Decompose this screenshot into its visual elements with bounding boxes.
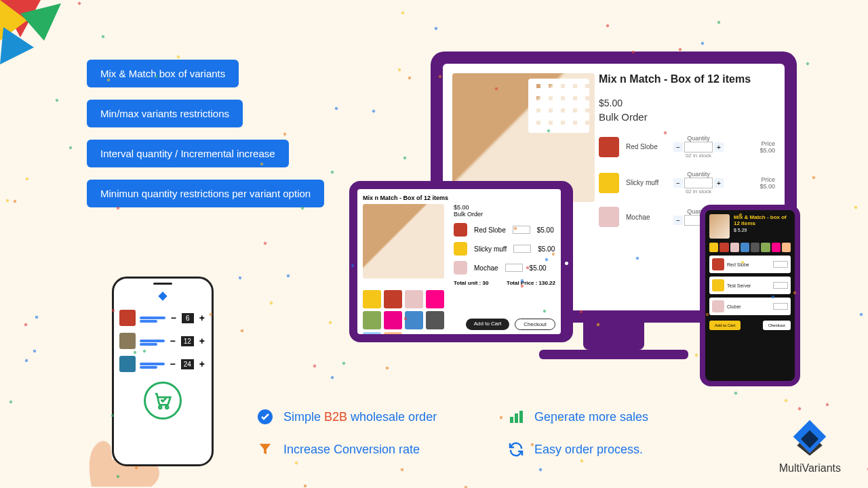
product-title: Mix & Match - box of 12 items: [734, 214, 791, 226]
svg-point-7: [165, 406, 168, 409]
product-title: Mix n Match - Box of 12 items: [363, 195, 555, 201]
variant-name: Mochae: [626, 214, 667, 221]
feature-pill: Interval quantity / Incremental increase: [87, 140, 289, 167]
brand-logo: MultiVariants: [779, 419, 841, 474]
stock-text: 02 in stock: [686, 152, 711, 159]
svg-rect-9: [510, 417, 513, 423]
app-logo-icon: [119, 291, 206, 303]
qty-minus[interactable]: −: [673, 216, 683, 225]
refresh-icon: [507, 441, 525, 458]
qty-value: 6: [182, 313, 194, 323]
brand-text: MultiVariants: [779, 462, 841, 474]
variant-row: Red Slobe: [709, 256, 791, 273]
qty-label: Quantity: [687, 135, 710, 142]
qty-minus[interactable]: −: [169, 336, 177, 346]
product-image: [363, 204, 444, 279]
cart-row: − 24 +: [119, 356, 206, 372]
product-price: $5.00: [599, 98, 775, 108]
tablet-total-price: Total Price : 130.22: [507, 280, 555, 286]
bars-icon: [507, 408, 525, 426]
mobile-dark-device: Mix & Match - box of 12 items $ 5.29 Red…: [700, 205, 800, 386]
variant-row: Red Slobe Quantity − + 02 in stock Price…: [599, 135, 775, 159]
funnel-icon: [256, 441, 274, 458]
svg-marker-5: [158, 291, 167, 300]
item-thumb: [119, 356, 136, 372]
qty-plus[interactable]: +: [198, 359, 206, 369]
qty-minus[interactable]: −: [169, 359, 177, 369]
product-title: Mix n Match - Box of 12 items: [599, 73, 775, 85]
tablet-total-units: Total unit : 30: [454, 280, 488, 286]
product-price: $ 5.29: [734, 228, 791, 232]
svg-point-6: [159, 406, 161, 409]
svg-rect-11: [519, 411, 523, 423]
cart-row: − 6 +: [119, 310, 206, 326]
product-subtitle: Bulk Order: [599, 111, 775, 123]
qty-plus[interactable]: +: [714, 142, 724, 152]
benefit-item: Simple B2B wholesale order: [256, 408, 487, 426]
product-image: [709, 214, 730, 239]
variant-row: Slicky muff Quantity − + 02 in stock Pri…: [599, 171, 775, 195]
qty-plus[interactable]: +: [198, 336, 206, 346]
tablet-device: Mix n Match - Box of 12 items $5.00 Bulk…: [349, 181, 573, 342]
qty-plus[interactable]: +: [198, 312, 206, 323]
variant-row: Clober: [709, 298, 791, 315]
item-bar: [140, 317, 165, 319]
add-to-cart-button[interactable]: Add to Cart: [709, 321, 741, 330]
variant-row: Test Server: [709, 277, 791, 294]
variant-swatch: [599, 137, 619, 157]
check-icon: [256, 408, 274, 426]
feature-pill: Min/max variants restrictions: [87, 100, 243, 127]
qty-input[interactable]: [684, 142, 713, 152]
qty-minus[interactable]: −: [170, 312, 178, 323]
cart-row: − 12 +: [119, 333, 206, 349]
benefit-item: Increase Conversion rate: [256, 441, 487, 458]
price-label: Price: [761, 140, 775, 147]
qty-minus[interactable]: −: [673, 178, 683, 188]
hand-phone: − 6 + − 12 + − 24 +: [112, 277, 214, 466]
svg-marker-3: [0, 27, 34, 64]
benefit-item: Easy order process.: [507, 441, 697, 458]
qty-input[interactable]: [684, 178, 713, 188]
feature-pill-list: Mix & Match box of variants Min/max vari…: [87, 60, 324, 207]
thumbnail-strip: [709, 243, 791, 252]
checkout-button[interactable]: Checkout: [763, 321, 791, 330]
benefits-grid: Simple B2B wholesale order Generate more…: [256, 408, 697, 458]
feature-pill: Minimun quantity restrictions per varian…: [87, 180, 324, 207]
checkout-button[interactable]: Checkout: [515, 319, 555, 330]
item-thumb: [119, 310, 136, 326]
feature-pill: Mix & Match box of variants: [87, 60, 239, 87]
multivariants-icon: [791, 419, 829, 457]
cart-submit-button[interactable]: [144, 382, 182, 420]
thumbnail-grid: [363, 286, 458, 334]
svg-rect-10: [515, 413, 518, 423]
benefit-item: Generate more sales: [507, 408, 697, 426]
qty-plus[interactable]: +: [714, 178, 724, 188]
variant-swatch: [599, 173, 619, 193]
qty-minus[interactable]: −: [673, 142, 683, 152]
add-to-cart-button[interactable]: Add to Cart: [466, 319, 509, 330]
variant-price: $5.00: [760, 147, 775, 154]
variant-name: Slicky muff: [626, 179, 667, 186]
variant-name: Red Slobe: [626, 143, 667, 150]
variant-swatch: [599, 207, 619, 227]
item-thumb: [119, 333, 136, 349]
corner-logo: [0, 0, 75, 75]
